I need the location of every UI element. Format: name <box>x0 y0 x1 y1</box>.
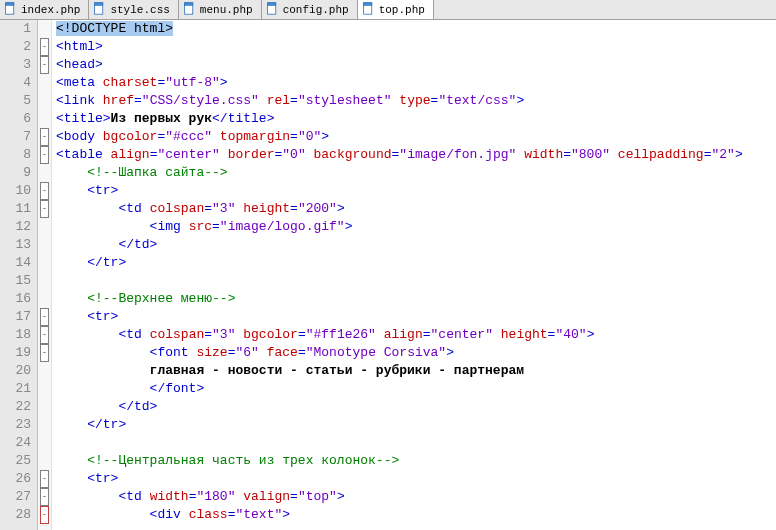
code-token: align <box>384 327 423 342</box>
code-token: charset <box>103 75 158 90</box>
tabs-bar: index.phpstyle.cssmenu.phpconfig.phptop.… <box>0 0 776 20</box>
code-token: "center" <box>431 327 493 342</box>
code-token: = <box>563 147 571 162</box>
code-line[interactable]: </tr> <box>56 416 776 434</box>
code-area[interactable]: <!DOCTYPE html><html><head><meta charset… <box>52 20 776 530</box>
line-number: 22 <box>0 398 37 416</box>
fold-toggle-icon[interactable]: - <box>40 326 49 344</box>
code-token: background <box>314 147 392 162</box>
fold-toggle-icon[interactable]: - <box>40 56 49 74</box>
line-number: 15 <box>0 272 37 290</box>
fold-cell <box>38 164 51 182</box>
line-number: 8 <box>0 146 37 164</box>
code-line[interactable]: <font size="6" face="Monotype Corsiva"> <box>56 344 776 362</box>
code-token <box>493 327 501 342</box>
fold-cell: - <box>38 308 51 326</box>
code-line[interactable] <box>56 434 776 452</box>
line-number: 17 <box>0 308 37 326</box>
code-token: "180" <box>196 489 235 504</box>
code-line[interactable]: <tr> <box>56 182 776 200</box>
code-line[interactable]: <title>Из первых рук</title> <box>56 110 776 128</box>
code-token: > <box>345 219 353 234</box>
fold-cell <box>38 434 51 452</box>
code-line[interactable]: <table align="center" border="0" backgro… <box>56 146 776 164</box>
code-line[interactable]: <!--Центральная часть из трех колонок--> <box>56 452 776 470</box>
fold-toggle-icon[interactable]: - <box>40 200 49 218</box>
fold-cell <box>38 218 51 236</box>
code-line[interactable]: </td> <box>56 398 776 416</box>
code-line[interactable]: <tr> <box>56 470 776 488</box>
tab-config-php[interactable]: config.php <box>262 0 358 19</box>
tab-style-css[interactable]: style.css <box>89 0 178 19</box>
code-line[interactable]: главная - новости - статьи - рубрики - п… <box>56 362 776 380</box>
code-token: = <box>423 327 431 342</box>
tab-label: index.php <box>21 4 80 16</box>
code-line[interactable]: <meta charset="utf-8"> <box>56 74 776 92</box>
code-token: "3" <box>212 327 235 342</box>
code-token: = <box>298 327 306 342</box>
tab-menu-php[interactable]: menu.php <box>179 0 262 19</box>
fold-toggle-icon[interactable]: - <box>40 128 49 146</box>
code-token: > <box>282 507 290 522</box>
code-line[interactable]: <tr> <box>56 308 776 326</box>
fold-cell <box>38 416 51 434</box>
code-line[interactable]: <html> <box>56 38 776 56</box>
code-line[interactable]: <img src="image/logo.gif"> <box>56 218 776 236</box>
code-token: = <box>212 219 220 234</box>
code-line[interactable]: <body bgcolor="#ccc" topmargin="0"> <box>56 128 776 146</box>
code-line[interactable]: <td colspan="3" height="200"> <box>56 200 776 218</box>
tab-index-php[interactable]: index.php <box>0 0 89 19</box>
line-number: 13 <box>0 236 37 254</box>
tabs-tail <box>434 0 776 19</box>
code-token: > <box>735 147 743 162</box>
code-line[interactable]: </tr> <box>56 254 776 272</box>
fold-toggle-icon[interactable]: - <box>40 344 49 362</box>
code-token: Из первых рук <box>111 111 212 126</box>
fold-toggle-icon[interactable]: - <box>40 488 49 506</box>
line-number: 6 <box>0 110 37 128</box>
code-line[interactable]: <div class="text"> <box>56 506 776 524</box>
code-token: </tr> <box>56 417 126 432</box>
fold-toggle-icon[interactable]: - <box>40 146 49 164</box>
fold-cell <box>38 74 51 92</box>
code-token: class <box>189 507 228 522</box>
line-number: 2 <box>0 38 37 56</box>
code-token: <!DOCTYPE html> <box>56 21 173 36</box>
fold-toggle-icon[interactable]: - <box>40 182 49 200</box>
code-token: <td <box>56 489 150 504</box>
code-token: = <box>204 201 212 216</box>
code-token: border <box>228 147 275 162</box>
code-line[interactable]: </td> <box>56 236 776 254</box>
tab-top-php[interactable]: top.php <box>358 0 434 19</box>
fold-toggle-icon[interactable]: - <box>40 308 49 326</box>
code-token: topmargin <box>220 129 290 144</box>
code-token: = <box>290 201 298 216</box>
code-token: <!--Шапка сайта--> <box>56 165 228 180</box>
svg-rect-3 <box>95 2 103 4</box>
code-line[interactable]: </font> <box>56 380 776 398</box>
line-number: 16 <box>0 290 37 308</box>
fold-toggle-icon[interactable]: - <box>40 506 49 524</box>
code-token: <table <box>56 147 111 162</box>
code-token: <!--Центральная часть из трех колонок--> <box>56 453 399 468</box>
fold-toggle-icon[interactable]: - <box>40 38 49 56</box>
line-number: 27 <box>0 488 37 506</box>
code-token: "center" <box>157 147 219 162</box>
code-line[interactable] <box>56 272 776 290</box>
code-token: > <box>220 75 228 90</box>
code-token: > <box>321 129 329 144</box>
code-line[interactable]: <head> <box>56 56 776 74</box>
code-line[interactable]: <td colspan="3" bgcolor="#ff1e26" align=… <box>56 326 776 344</box>
code-token: colspan <box>150 327 205 342</box>
code-line[interactable]: <!DOCTYPE html> <box>56 20 776 38</box>
fold-cell <box>38 272 51 290</box>
code-token: = <box>298 345 306 360</box>
code-line[interactable]: <td width="180" valign="top"> <box>56 488 776 506</box>
code-line[interactable]: <!--Шапка сайта--> <box>56 164 776 182</box>
code-token <box>259 345 267 360</box>
code-token: "3" <box>212 201 235 216</box>
code-line[interactable]: <!--Верхнее меню--> <box>56 290 776 308</box>
code-token: "Monotype Corsiva" <box>306 345 446 360</box>
fold-toggle-icon[interactable]: - <box>40 470 49 488</box>
code-line[interactable]: <link href="CSS/style.css" rel="styleshe… <box>56 92 776 110</box>
